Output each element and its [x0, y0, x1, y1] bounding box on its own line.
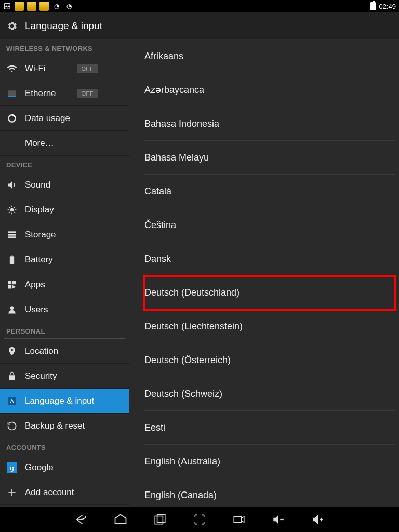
language-option-bahasa-indonesia[interactable]: Bahasa Indonesia: [144, 107, 395, 141]
sidebar-item-label: Apps: [25, 280, 45, 290]
svg-rect-1: [8, 90, 16, 96]
language-option-english-canada[interactable]: English (Canada): [144, 478, 395, 507]
data-usage-icon: [6, 113, 18, 124]
sidebar-item-label: Sound: [25, 180, 50, 190]
language-label: Afrikaans: [144, 51, 183, 62]
status-bar: ◔ ◔ 02:49: [0, 0, 399, 12]
sidebar-item-label: More…: [25, 138, 54, 149]
sidebar-item-location[interactable]: Location: [0, 339, 129, 364]
sidebar-item-more[interactable]: More…: [0, 131, 129, 156]
sidebar-item-label: Add account: [25, 487, 74, 498]
sidebar-item-display[interactable]: Display: [0, 197, 129, 222]
svg-line-12: [14, 207, 15, 208]
svg-text:A: A: [10, 398, 14, 404]
language-option-cestina[interactable]: Čeština: [144, 208, 395, 242]
navigation-bar: [0, 507, 399, 532]
svg-rect-14: [8, 234, 16, 235]
sidebar-item-add-account[interactable]: Add account: [0, 480, 129, 505]
sidebar-item-label: Data usage: [25, 113, 70, 124]
section-device: DEVICE: [0, 156, 129, 172]
svg-rect-22: [9, 375, 15, 380]
language-option-deutsch-schweiz[interactable]: Deutsch (Schweiz): [144, 377, 395, 411]
language-option-deutsch-liechtenstein[interactable]: Deutsch (Liechtenstein): [144, 310, 395, 343]
video-record-button[interactable]: [231, 511, 247, 528]
settings-gear-icon: [6, 20, 18, 32]
app-notification-icon: [27, 2, 36, 11]
sidebar-item-ethernet[interactable]: Etherne OFF: [0, 81, 129, 106]
svg-rect-34: [321, 518, 322, 522]
wifi-toggle-off[interactable]: OFF: [77, 64, 98, 73]
storage-icon: [6, 229, 18, 241]
back-button[interactable]: [73, 511, 89, 528]
language-option-bahasa-melayu[interactable]: Bahasa Melayu: [144, 141, 395, 175]
language-label: Azərbaycanca: [144, 84, 204, 96]
svg-point-21: [10, 306, 14, 310]
recent-apps-button[interactable]: [152, 511, 168, 528]
language-label: Deutsch (Liechtenstein): [144, 321, 243, 332]
sidebar-item-label: Etherne: [25, 88, 56, 99]
volume-up-button[interactable]: [310, 511, 326, 528]
svg-rect-2: [8, 96, 16, 97]
sidebar-item-backup-reset[interactable]: Backup & reset: [0, 414, 129, 438]
home-button[interactable]: [112, 511, 129, 528]
sidebar-item-security[interactable]: Security: [0, 364, 129, 389]
sidebar-item-google[interactable]: g Google: [0, 455, 129, 480]
section-wireless: WIRELESS & NETWORKS: [0, 39, 129, 56]
app-notification-icon: [15, 2, 24, 11]
svg-text:g: g: [10, 464, 14, 472]
sidebar-item-wifi[interactable]: Wi-Fi OFF: [0, 56, 129, 81]
language-label: Deutsch (Österreich): [144, 355, 231, 366]
svg-rect-19: [12, 281, 16, 284]
language-option-english-australia[interactable]: English (Australia): [144, 445, 395, 478]
sidebar-item-label: Location: [25, 346, 58, 356]
page-title: Language & input: [25, 20, 102, 32]
language-option-dansk[interactable]: Dansk: [144, 242, 395, 276]
svg-line-9: [9, 207, 10, 208]
sidebar-item-users[interactable]: Users: [0, 297, 129, 322]
language-label: Bahasa Melayu: [144, 152, 209, 163]
sidebar-item-data-usage[interactable]: Data usage: [0, 106, 129, 131]
ethernet-toggle-off[interactable]: OFF: [77, 89, 98, 98]
sidebar-item-apps[interactable]: Apps: [0, 272, 129, 297]
sidebar-item-label: Display: [25, 205, 54, 215]
sidebar-item-label: Backup & reset: [25, 421, 85, 431]
svg-rect-20: [8, 285, 12, 288]
sidebar-item-sound[interactable]: Sound: [0, 172, 129, 197]
language-option-eesti[interactable]: Eesti: [144, 411, 395, 445]
sidebar-item-label: Language & input: [25, 396, 94, 406]
users-icon: [6, 304, 18, 315]
location-icon: [6, 345, 18, 357]
sidebar-item-storage[interactable]: Storage: [0, 222, 129, 247]
sound-icon: [6, 179, 18, 191]
section-accounts: ACCOUNTS: [0, 438, 129, 455]
language-label: Eesti: [144, 422, 165, 433]
language-label: Deutsch (Schweiz): [144, 389, 222, 400]
sidebar-item-language-input[interactable]: A Language & input: [0, 389, 129, 414]
svg-rect-13: [8, 231, 16, 233]
svg-point-4: [10, 208, 14, 211]
sidebar-item-label: Users: [25, 304, 48, 315]
language-option-azerbaycanca[interactable]: Azərbaycanca: [144, 73, 395, 107]
language-list[interactable]: Afrikaans Azərbaycanca Bahasa Indonesia …: [129, 39, 399, 507]
language-label: English (Canada): [144, 490, 217, 501]
settings-sidebar: WIRELESS & NETWORKS Wi-Fi OFF Etherne OF…: [0, 39, 129, 507]
screenshot-button[interactable]: [191, 511, 208, 528]
settings-header: Language & input: [0, 12, 399, 39]
language-option-catala[interactable]: Català: [144, 175, 395, 208]
display-icon: [6, 204, 18, 216]
language-label: Deutsch (Deutschland): [144, 287, 240, 298]
language-label: Català: [144, 186, 171, 197]
language-option-afrikaans[interactable]: Afrikaans: [144, 39, 395, 73]
sidebar-item-battery[interactable]: Battery: [0, 247, 129, 272]
sidebar-item-label: Security: [25, 371, 57, 381]
picture-icon: [3, 2, 11, 10]
volume-down-button[interactable]: [270, 511, 287, 528]
svg-rect-15: [8, 236, 16, 238]
svg-line-10: [14, 212, 15, 213]
battery-icon: [370, 2, 376, 10]
sidebar-item-label: Storage: [25, 230, 56, 240]
language-label: English (Australia): [144, 456, 220, 467]
svg-rect-18: [8, 281, 12, 284]
language-option-deutsch-deutschland[interactable]: Deutsch (Deutschland): [144, 276, 395, 310]
language-option-deutsch-osterreich[interactable]: Deutsch (Österreich): [144, 343, 395, 377]
